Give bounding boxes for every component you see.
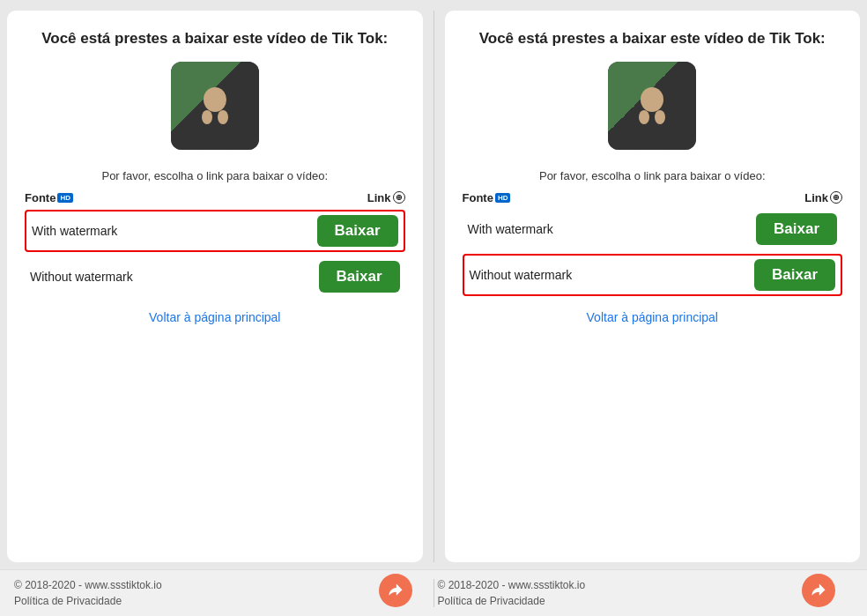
card-left-table-header: Fonte HD Link ⊕ xyxy=(25,191,405,204)
card-right-table-header: Fonte HD Link ⊕ xyxy=(463,191,843,204)
download-row-left-0: With watermark Baixar xyxy=(25,210,405,252)
footer: © 2018-2020 - www.ssstiktok.io Política … xyxy=(0,569,867,616)
download-row-right-0: With watermark Baixar xyxy=(463,210,843,249)
link-header-left: Link ⊕ xyxy=(367,191,405,204)
share-icon-left xyxy=(387,582,404,599)
fonte-header-left: Fonte HD xyxy=(25,191,73,204)
svg-point-0 xyxy=(204,87,226,112)
svg-point-4 xyxy=(641,87,663,112)
row-label-right-1: Without watermark xyxy=(470,268,573,282)
baixar-button-left-1[interactable]: Baixar xyxy=(319,261,400,293)
footer-copyright-left: © 2018-2020 - www.ssstiktok.io xyxy=(14,579,430,591)
back-link-left[interactable]: Voltar à página principal xyxy=(149,310,280,324)
footer-divider xyxy=(434,579,434,607)
info-icon-left: ⊕ xyxy=(393,191,405,204)
row-label-left-1: Without watermark xyxy=(30,270,133,284)
card-right-subtitle: Por favor, escolha o link para baixar o … xyxy=(539,169,766,182)
link-header-right: Link ⊕ xyxy=(804,191,842,204)
footer-col-right: © 2018-2020 - www.ssstiktok.io Política … xyxy=(438,579,854,607)
share-button-left[interactable] xyxy=(379,574,412,607)
download-row-right-1: Without watermark Baixar xyxy=(463,254,843,296)
person-silhouette-left xyxy=(189,84,241,150)
card-right: Você está prestes a baixar este vídeo de… xyxy=(445,11,861,562)
footer-col-left: © 2018-2020 - www.ssstiktok.io Política … xyxy=(14,579,430,607)
baixar-button-right-0[interactable]: Baixar xyxy=(756,213,837,245)
svg-point-7 xyxy=(655,110,665,124)
hd-badge-right: HD xyxy=(495,193,511,203)
thumbnail-left xyxy=(171,62,259,150)
download-row-left-1: Without watermark Baixar xyxy=(25,257,405,296)
row-label-right-0: With watermark xyxy=(468,222,553,236)
thumbnail-right-img xyxy=(608,62,696,150)
info-icon-right: ⊕ xyxy=(830,191,842,204)
svg-point-6 xyxy=(639,110,649,124)
svg-point-2 xyxy=(202,110,212,124)
baixar-button-left-0[interactable]: Baixar xyxy=(317,215,398,247)
svg-rect-1 xyxy=(196,112,234,150)
main-content: Você está prestes a baixar este vídeo de… xyxy=(0,0,867,569)
person-silhouette-right xyxy=(626,84,678,150)
hd-badge-left: HD xyxy=(57,193,73,203)
card-left-subtitle: Por favor, escolha o link para baixar o … xyxy=(101,169,328,182)
baixar-button-right-1[interactable]: Baixar xyxy=(754,259,835,291)
thumbnail-left-img xyxy=(171,62,259,150)
vertical-divider xyxy=(434,11,434,562)
footer-copyright-right: © 2018-2020 - www.ssstiktok.io xyxy=(438,579,854,591)
card-right-title: Você está prestes a baixar este vídeo de… xyxy=(479,28,826,49)
card-left: Você está prestes a baixar este vídeo de… xyxy=(7,11,423,562)
card-left-title: Você está prestes a baixar este vídeo de… xyxy=(41,28,388,49)
svg-rect-5 xyxy=(633,112,671,150)
share-icon-right xyxy=(810,582,827,599)
fonte-header-right: Fonte HD xyxy=(463,191,511,204)
svg-point-3 xyxy=(218,110,228,124)
share-button-right[interactable] xyxy=(802,574,835,607)
back-link-right[interactable]: Voltar à página principal xyxy=(587,310,718,324)
footer-privacy-left: Política de Privacidade xyxy=(14,595,430,607)
row-label-left-0: With watermark xyxy=(32,224,117,238)
thumbnail-right xyxy=(608,62,696,150)
footer-privacy-right: Política de Privacidade xyxy=(438,595,854,607)
